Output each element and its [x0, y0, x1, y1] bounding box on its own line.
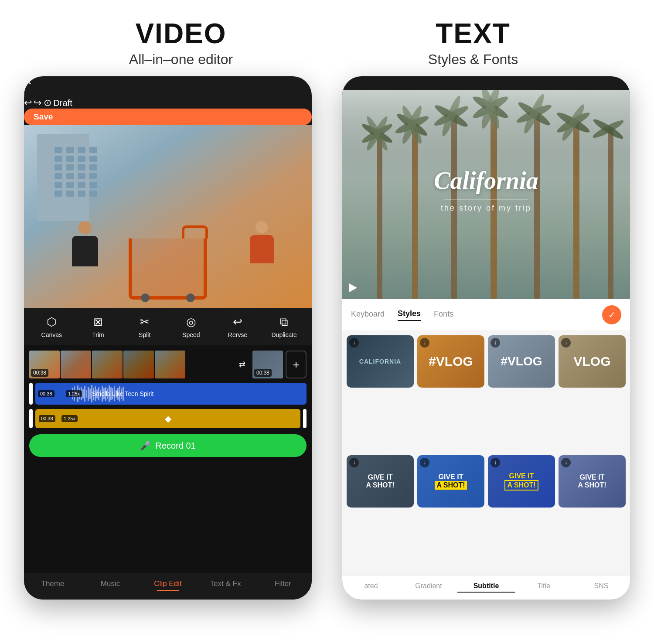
split-label: Split [139, 331, 150, 338]
time-badge-1: 00:38 [31, 369, 48, 377]
save-button[interactable]: Save [24, 109, 312, 125]
nav-active-underline [157, 590, 179, 591]
svg-rect-30 [342, 90, 630, 177]
bottom-category-nav: ated Gradient Subtitle Title SNS [342, 576, 630, 600]
nav-music[interactable]: Music [82, 579, 139, 591]
video-preview [24, 125, 312, 308]
duplicate-tool[interactable]: ⧉ Duplicate [261, 315, 307, 338]
left-phone: ✕ ↩ ↪ ⊙ Draft Save [24, 76, 312, 600]
give4-card-label: GIVE ITA SHOT! [578, 474, 606, 489]
split-tool[interactable]: ✂ Split [121, 315, 168, 338]
tab-fonts[interactable]: Fonts [434, 310, 453, 320]
nav-filter[interactable]: Filter [254, 579, 312, 591]
style-card-vlog2[interactable]: ↓ #VLOG [488, 335, 555, 388]
nav-filter-label: Filter [275, 579, 291, 588]
undo-icon[interactable]: ↩ [24, 97, 32, 108]
tab-keyboard[interactable]: Keyboard [351, 310, 385, 320]
style-card-vlog3[interactable]: ↓ VLOG [559, 335, 626, 388]
left-subtitle: All–in–one editor [129, 51, 233, 68]
style-card-vlog1[interactable]: ↓ #VLOG [417, 335, 484, 388]
vlog3-card-overlay: VLOG [559, 335, 626, 388]
video-strip-wrap: 00:38 [29, 351, 232, 378]
shopping-cart [102, 191, 233, 300]
effects-strip: 00:38 1.25x ◆ [35, 409, 300, 428]
duplicate-icon: ⧉ [280, 315, 288, 329]
vlog3-card-label: VLOG [573, 354, 610, 369]
audio-handle-left[interactable] [29, 383, 33, 405]
speed-label: Speed [182, 331, 200, 338]
nav-music-label: Music [101, 579, 120, 588]
right-phone: ‹ [342, 76, 630, 600]
give3-card-label: GIVE IT A SHOT! [504, 472, 538, 491]
redo-icon[interactable]: ↪ [34, 97, 41, 108]
cat-ated[interactable]: ated [342, 580, 400, 593]
record-track[interactable]: 🎤 Record 01 [29, 434, 307, 457]
text-panel: Keyboard Styles Fonts ✓ ↓ CALIFORNIA ↓ [342, 299, 630, 600]
effects-speed-badge: 1.25x [61, 415, 78, 422]
nav-text-fx-label: Text & Fx [210, 579, 241, 588]
video-thumb-4 [123, 351, 154, 378]
diamond-icon: ◆ [165, 413, 171, 424]
speed-tool[interactable]: ◎ Speed [168, 315, 215, 338]
canvas-tool[interactable]: ⬡ Canvas [28, 315, 75, 338]
close-icon[interactable]: ✕ [24, 76, 32, 87]
building-shape [37, 134, 89, 221]
effects-handle-left[interactable] [29, 409, 33, 428]
give2-card-label: GIVE IT A SHOT! [435, 473, 467, 490]
play-button[interactable] [349, 283, 357, 292]
back-button[interactable]: ‹ [342, 76, 346, 89]
trim-label: Trim [92, 331, 104, 338]
bottom-navigation: Theme Music Clip Edit Text & Fx Filter [24, 573, 312, 600]
timeline: 00:38 ⇄ 00:38 + 00:38 1.25x Smells Like … [24, 345, 312, 573]
cat-sns[interactable]: SNS [572, 580, 630, 593]
audio-strip: 00:38 1.25x Smells Like Teen Spirit [35, 383, 307, 405]
reverse-button[interactable]: ⇄ [234, 351, 250, 378]
right-title: TEXT [436, 17, 511, 50]
tools-bar: ⬡ Canvas ⊠ Trim ✂ Split ◎ Speed ↩ Rervse… [24, 308, 312, 345]
right-header: TEXT Styles & Fonts [327, 17, 619, 68]
audio-track: 00:38 1.25x Smells Like Teen Spirit [29, 383, 307, 405]
audio-title: Smells Like Teen Spirit [92, 390, 153, 397]
california-main-text: California [434, 167, 538, 194]
draft-label: Draft [53, 98, 72, 108]
reverse-label: Rervse [228, 331, 247, 338]
tab-styles[interactable]: Styles [398, 309, 421, 321]
cat-gradient[interactable]: Gradient [400, 580, 457, 593]
cat-title[interactable]: Title [515, 580, 572, 593]
trim-tool[interactable]: ⊠ Trim [75, 315, 122, 338]
play-icon [349, 283, 357, 292]
california-text-overlay: California the story of my trip [434, 167, 538, 213]
mic-icon: 🎤 [140, 440, 151, 451]
video-track: 00:38 ⇄ 00:38 + [29, 351, 307, 378]
nav-clip-edit[interactable]: Clip Edit [139, 579, 197, 591]
nav-clip-edit-label: Clip Edit [154, 579, 181, 588]
style-card-california[interactable]: ↓ CALIFORNIA [347, 335, 414, 388]
effects-time-badge: 00:38 [39, 415, 55, 422]
style-cards-grid: ↓ CALIFORNIA ↓ #VLOG ↓ #VLOG [342, 331, 630, 576]
style-card-give3[interactable]: ↓ GIVE IT A SHOT! [488, 455, 555, 508]
style-card-give2[interactable]: ↓ GIVE IT A SHOT! [417, 455, 484, 508]
record-label: Record 01 [155, 441, 195, 451]
reverse-icon: ↩ [233, 315, 242, 329]
duplicate-label: Duplicate [272, 331, 297, 338]
canvas-label: Canvas [41, 331, 62, 338]
california-card-overlay: CALIFORNIA [347, 335, 414, 388]
give4-card-overlay: GIVE ITA SHOT! [559, 455, 626, 508]
divider [24, 88, 24, 97]
nav-text-fx[interactable]: Text & Fx [197, 579, 254, 591]
help-icon[interactable]: ⊙ [44, 97, 51, 108]
split-icon: ✂ [140, 315, 150, 329]
effects-handle-right[interactable] [303, 409, 307, 428]
give3-card-overlay: GIVE IT A SHOT! [488, 455, 555, 508]
confirm-button[interactable]: ✓ [602, 305, 621, 324]
add-clip-button[interactable]: + [286, 351, 307, 378]
video-thumb-last: 00:38 [252, 351, 283, 378]
california-divider [444, 199, 528, 199]
style-card-give1[interactable]: ↓ GIVE ITA SHOT! [347, 455, 414, 508]
nav-theme[interactable]: Theme [24, 579, 82, 591]
california-card-label: CALIFORNIA [359, 358, 401, 365]
style-card-give4[interactable]: ↓ GIVE ITA SHOT! [559, 455, 626, 508]
person-1 [68, 221, 102, 273]
cat-subtitle[interactable]: Subtitle [457, 580, 515, 593]
reverse-tool[interactable]: ↩ Rervse [215, 315, 261, 338]
